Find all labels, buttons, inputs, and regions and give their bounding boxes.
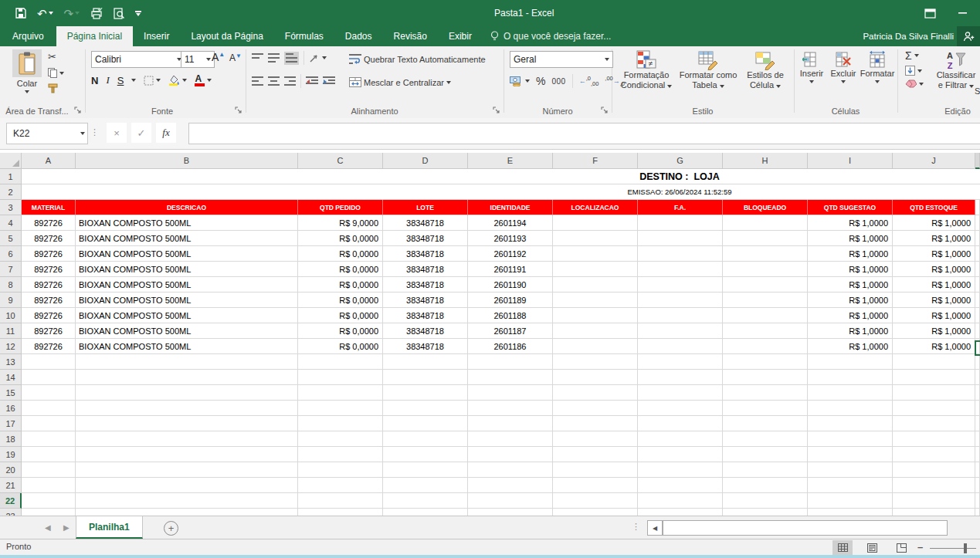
cell-G21[interactable]	[638, 478, 723, 493]
cell-I7[interactable]: R$ 1,0000	[808, 262, 893, 277]
format-cells-button[interactable]: Formatar	[859, 50, 896, 83]
align-top-icon[interactable]	[252, 53, 263, 63]
cell-H5[interactable]	[723, 231, 808, 246]
cell-G5[interactable]	[638, 231, 723, 246]
row-header-23[interactable]: 23	[0, 509, 22, 516]
cell-J4[interactable]: R$ 1,0000	[893, 215, 975, 231]
cell-C8[interactable]: R$ 0,0000	[298, 277, 383, 293]
cell-A5[interactable]: 892726	[22, 231, 76, 246]
cell-B17[interactable]	[76, 416, 298, 431]
cell-G17[interactable]	[638, 416, 723, 431]
cell-C7[interactable]: R$ 0,0000	[298, 262, 383, 277]
cell-B8[interactable]: BIOXAN COMPOSTO 500ML	[76, 277, 298, 293]
row-header-22[interactable]: 22	[0, 493, 22, 509]
cell-F11[interactable]	[553, 323, 638, 339]
hscroll-thumb[interactable]	[663, 520, 948, 536]
cell-C3[interactable]: QTD PEDIDO	[298, 200, 383, 215]
cell-G19[interactable]	[638, 447, 723, 462]
cell-D22[interactable]	[383, 493, 468, 509]
cell-F12[interactable]	[553, 339, 638, 354]
cell-C9[interactable]: R$ 0,0000	[298, 293, 383, 308]
row-header-17[interactable]: 17	[0, 416, 22, 431]
cell-B16[interactable]	[76, 401, 298, 416]
cell-E21[interactable]	[468, 478, 553, 493]
column-header-K-partial[interactable]	[975, 153, 980, 169]
bold-button[interactable]: N	[91, 75, 98, 86]
customize-qat-icon[interactable]	[135, 11, 141, 16]
increase-decimal-icon[interactable]: ←,0,00	[579, 75, 599, 87]
cell-B20[interactable]	[76, 462, 298, 478]
cell-I15[interactable]	[808, 385, 893, 401]
column-header-A[interactable]: A	[22, 153, 76, 169]
cell-F10[interactable]	[553, 308, 638, 323]
enter-icon[interactable]: ✓	[131, 123, 151, 143]
zoom-out-icon[interactable]: –	[917, 541, 923, 553]
cell-F13[interactable]	[553, 354, 638, 370]
cell-D17[interactable]	[383, 416, 468, 431]
cell-C11[interactable]: R$ 0,0000	[298, 323, 383, 339]
cell-I22[interactable]	[808, 493, 893, 509]
increase-indent-icon[interactable]	[323, 76, 335, 86]
cell-F23[interactable]	[553, 509, 638, 516]
cell-J9[interactable]: R$ 1,0000	[893, 293, 975, 308]
cell-F15[interactable]	[553, 385, 638, 401]
cell-E11[interactable]: 2601187	[468, 323, 553, 339]
paste-dropdown-icon[interactable]	[25, 90, 29, 93]
cell-B6[interactable]: BIOXAN COMPOSTO 500ML	[76, 246, 298, 262]
cell-J16[interactable]	[893, 401, 975, 416]
wrap-text-button[interactable]: Quebrar Texto Automaticamente	[349, 54, 486, 64]
tab-inserir[interactable]: Inserir	[133, 26, 180, 46]
cell-E14[interactable]	[468, 370, 553, 385]
cell-H23[interactable]	[723, 509, 808, 516]
cell-H6[interactable]	[723, 246, 808, 262]
sheet-nav-right-icon[interactable]: ▶	[63, 523, 70, 532]
cell-E23[interactable]	[468, 509, 553, 516]
cell-D15[interactable]	[383, 385, 468, 401]
fill-down-icon[interactable]	[905, 66, 924, 76]
tab-pagina-inicial[interactable]: Página Inicial	[56, 26, 133, 46]
cell-B9[interactable]: BIOXAN COMPOSTO 500ML	[76, 293, 298, 308]
cell-D20[interactable]	[383, 462, 468, 478]
cell-K7-partial[interactable]	[975, 262, 980, 277]
cell-H17[interactable]	[723, 416, 808, 431]
cell-G20[interactable]	[638, 462, 723, 478]
cell-D23[interactable]	[383, 509, 468, 516]
cell-F9[interactable]	[553, 293, 638, 308]
cell-F3[interactable]: LOCALIZACAO	[553, 200, 638, 215]
cell-E17[interactable]	[468, 416, 553, 431]
cell-E7[interactable]: 2601191	[468, 262, 553, 277]
tab-arquivo[interactable]: Arquivo	[0, 26, 56, 46]
sign-in-person-icon[interactable]	[957, 26, 980, 46]
cell-K5-partial[interactable]	[975, 231, 980, 246]
cell-G23[interactable]	[638, 509, 723, 516]
cell-H12[interactable]	[723, 339, 808, 354]
cell-H20[interactable]	[723, 462, 808, 478]
column-header-I[interactable]: I	[808, 153, 893, 169]
banner-destino-cell[interactable]: DESTINO : LOJA	[22, 169, 980, 184]
row-header-1[interactable]: 1	[0, 169, 22, 184]
row-header-18[interactable]: 18	[0, 431, 22, 447]
cell-D14[interactable]	[383, 370, 468, 385]
row-header-20[interactable]: 20	[0, 462, 22, 478]
cell-A20[interactable]	[22, 462, 76, 478]
cell-A16[interactable]	[22, 401, 76, 416]
sheet-tab-planilha1[interactable]: Planilha1	[76, 516, 143, 539]
merge-center-button[interactable]: Mesclar e Centralizar	[349, 77, 451, 87]
paste-button[interactable]: Colar	[9, 49, 45, 93]
underline-button[interactable]: S	[117, 75, 124, 86]
cell-E3[interactable]: IDENTIDADE	[468, 200, 553, 215]
cell-E16[interactable]	[468, 401, 553, 416]
cell-F14[interactable]	[553, 370, 638, 385]
cell-H15[interactable]	[723, 385, 808, 401]
cell-A22[interactable]	[22, 493, 76, 509]
cell-K23-partial[interactable]	[975, 509, 980, 516]
cell-C4[interactable]: R$ 9,0000	[298, 215, 383, 231]
cell-B14[interactable]	[76, 370, 298, 385]
cell-I12[interactable]: R$ 1,0000	[808, 339, 893, 354]
row-header-2[interactable]: 2	[0, 184, 22, 200]
cell-G15[interactable]	[638, 385, 723, 401]
cell-E6[interactable]: 2601192	[468, 246, 553, 262]
cell-K19-partial[interactable]	[975, 447, 980, 462]
row-header-21[interactable]: 21	[0, 478, 22, 493]
tab-formulas[interactable]: Fórmulas	[274, 26, 334, 46]
